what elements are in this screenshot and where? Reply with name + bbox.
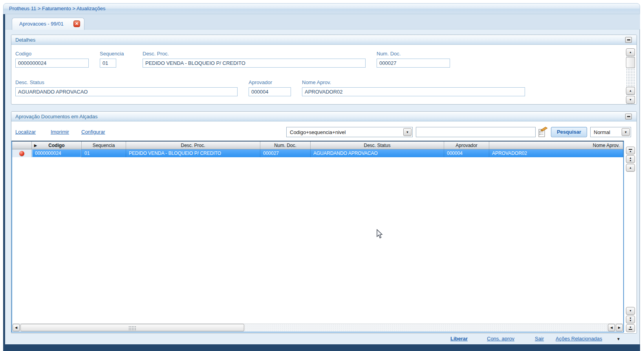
- table-row[interactable]: 0000000024 01 PEDIDO VENDA - BLOQUEIO P/…: [12, 149, 623, 157]
- window-bottom-border: [3, 344, 640, 351]
- view-mode-dropdown[interactable]: Normal ▼: [590, 127, 631, 137]
- nome-aprov-column-header[interactable]: Nome Aprov.: [489, 142, 623, 149]
- index-dropdown-value: Codigo+sequencia+nivel: [290, 129, 346, 135]
- scroll-down-icon[interactable]: ▼: [626, 96, 635, 104]
- aprovador-label: Aprovador: [249, 79, 272, 85]
- aprovador-field[interactable]: 000004: [249, 87, 291, 96]
- approvals-table: ▶ Codigo Sequencia Desc. Proc. Num. Doc.…: [11, 141, 624, 333]
- row-marker-icon: ▶: [34, 143, 37, 147]
- sequencia-cell[interactable]: 01: [82, 149, 126, 157]
- configurar-link[interactable]: Configurar: [81, 129, 105, 135]
- localizar-link[interactable]: Localizar: [15, 129, 36, 135]
- aprovador-column-header[interactable]: Aprovador: [444, 142, 489, 149]
- sequencia-column-header[interactable]: Sequencia: [82, 142, 126, 149]
- scroll-first-icon[interactable]: ▲: [626, 147, 635, 154]
- desc-status-label: Desc. Status: [15, 79, 44, 85]
- acoes-relacionadas-button[interactable]: Ações Relacionadas: [556, 336, 602, 342]
- desc-proc-field[interactable]: PEDIDO VENDA - BLOQUEIO P/ CREDITO: [143, 59, 366, 68]
- aprovador-cell[interactable]: 000004: [444, 149, 489, 157]
- search-input[interactable]: [416, 127, 536, 137]
- details-panel-title: Detalhes: [15, 37, 35, 43]
- cons-aprov-button[interactable]: Cons. aprov: [487, 336, 514, 342]
- view-mode-value: Normal: [594, 129, 610, 135]
- status-cell: [12, 149, 32, 157]
- liberar-button[interactable]: Liberar: [450, 336, 468, 342]
- approvals-panel-header: Aprovação Documentos em Alçadas: [11, 112, 637, 121]
- sequencia-field[interactable]: 01: [100, 59, 116, 68]
- imprimir-link[interactable]: Imprimir: [51, 129, 69, 135]
- horizontal-scrollbar[interactable]: ◀ ◀ ▶: [13, 323, 623, 331]
- tab-aprovacoes[interactable]: Aprovacoes - 99/01 ✕: [12, 18, 84, 30]
- status-column-header[interactable]: [12, 142, 32, 149]
- nome-aprov-cell[interactable]: APROVADOR02: [489, 149, 623, 157]
- desc-proc-cell[interactable]: PEDIDO VENDA - BLOQUEIO P/ CREDITO: [126, 149, 260, 157]
- codigo-field[interactable]: 0000000024: [15, 59, 89, 68]
- desc-proc-label: Desc. Proc.: [143, 51, 169, 57]
- pesquisar-button[interactable]: Pesquisar: [551, 127, 587, 137]
- scroll-right-icon[interactable]: ▶: [616, 324, 623, 331]
- scroll-left-icon[interactable]: ◀: [608, 324, 615, 331]
- pending-status-icon: [19, 151, 24, 156]
- nome-aprov-label: Nome Aprov.: [302, 79, 331, 85]
- horizontal-scroll-thumb[interactable]: [20, 324, 244, 331]
- mouse-cursor: [376, 229, 384, 239]
- scroll-last-icon[interactable]: ▼: [626, 324, 635, 332]
- approvals-panel-title: Aprovação Documentos em Alçadas: [15, 114, 98, 119]
- codigo-label: Codigo: [15, 51, 31, 57]
- search-filter-icon[interactable]: [538, 126, 548, 138]
- scroll-up-icon[interactable]: ▲: [626, 87, 635, 95]
- close-icon[interactable]: ✕: [73, 20, 80, 27]
- scroll-down-icon[interactable]: ▼: [626, 307, 635, 315]
- desc-status-field[interactable]: AGUARDANDO APROVACAO: [15, 87, 238, 96]
- chevron-down-icon[interactable]: ▼: [617, 337, 620, 341]
- details-scroll-thumb[interactable]: [626, 57, 635, 68]
- tab-label: Aprovacoes - 99/01: [19, 21, 64, 27]
- scroll-left-icon[interactable]: ◀: [13, 324, 20, 331]
- chevron-down-icon[interactable]: ▼: [622, 128, 630, 136]
- desc-proc-column-header[interactable]: Desc. Proc.: [126, 142, 260, 149]
- sair-button[interactable]: Sair: [535, 336, 544, 342]
- num-doc-label: Num. Doc.: [377, 51, 401, 57]
- num-doc-cell[interactable]: 000027: [260, 149, 311, 157]
- desc-status-column-header[interactable]: Desc. Status: [311, 142, 444, 149]
- num-doc-field[interactable]: 000027: [377, 59, 450, 68]
- details-panel: Detalhes Codigo 0000000024 Sequencia 01 …: [11, 35, 637, 105]
- minimize-icon[interactable]: [625, 37, 632, 43]
- codigo-column-header[interactable]: ▶ Codigo: [32, 142, 82, 149]
- breadcrumb: Protheus 11 > Faturamento > Atualizações: [3, 3, 640, 14]
- tab-strip: [5, 14, 640, 29]
- scroll-up-icon[interactable]: ▲: [626, 164, 635, 172]
- num-doc-column-header[interactable]: Num. Doc.: [260, 142, 311, 149]
- page-up-icon[interactable]: ▲▲: [626, 155, 635, 163]
- table-header-row: ▶ Codigo Sequencia Desc. Proc. Num. Doc.…: [12, 142, 623, 149]
- codigo-cell[interactable]: 0000000024: [32, 149, 82, 157]
- index-dropdown[interactable]: Codigo+sequencia+nivel ▼: [286, 127, 413, 137]
- nome-aprov-field[interactable]: APROVADOR02: [302, 87, 525, 96]
- scroll-up-icon[interactable]: ▲: [626, 48, 635, 56]
- protheus-window: Protheus 11 > Faturamento > Atualizações…: [0, 0, 644, 351]
- sequencia-label: Sequencia: [100, 51, 124, 57]
- minimize-icon[interactable]: [625, 114, 632, 119]
- desc-status-cell[interactable]: AGUARDANDO APROVACAO: [311, 149, 444, 157]
- chevron-down-icon[interactable]: ▼: [403, 128, 412, 136]
- approvals-panel: Aprovação Documentos em Alçadas Localiza…: [11, 111, 637, 334]
- page-down-icon[interactable]: ▼▼: [626, 316, 635, 323]
- details-panel-header: Detalhes: [11, 35, 637, 45]
